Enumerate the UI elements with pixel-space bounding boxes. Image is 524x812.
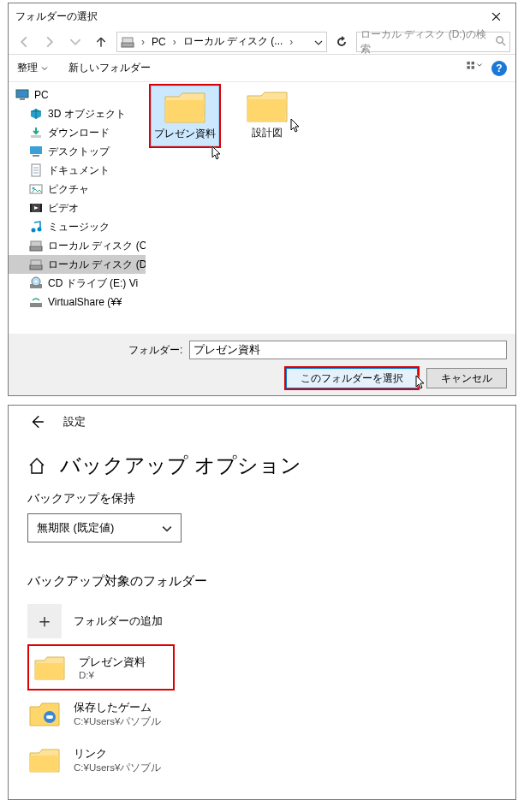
page-heading-row: バックアップ オプション [27, 452, 497, 479]
tree-item-pic[interactable]: ピクチャ [9, 180, 146, 199]
cancel-button[interactable]: キャンセル [426, 368, 507, 388]
svg-rect-1 [122, 38, 133, 43]
crumb-drive[interactable]: ローカル ディスク (... [183, 34, 283, 49]
tree-item-mus[interactable]: ミュージック [9, 217, 146, 236]
chevron-right-icon: › [286, 36, 296, 48]
svg-rect-17 [40, 204, 42, 212]
dialog-footer: フォルダー: このフォルダーを選択 キャンセル [9, 334, 515, 395]
home-icon [27, 456, 46, 475]
tree-item-dt[interactable]: デスクトップ [9, 142, 146, 161]
svg-point-18 [32, 228, 36, 233]
folder-icon [33, 652, 67, 683]
folder-label: フォルダー: [17, 343, 182, 358]
forward-button[interactable] [39, 32, 60, 52]
address-bar[interactable]: › PC › ローカル ディスク (... › [116, 32, 327, 52]
back-button[interactable] [27, 414, 46, 430]
folder-icon [162, 90, 208, 126]
new-folder-button[interactable]: 新しいフォルダー [68, 61, 151, 75]
pc-icon [15, 88, 31, 102]
add-folder-row[interactable]: ＋ フォルダーの追加 [27, 598, 497, 644]
folder-contents[interactable]: プレゼン資料設計図 [146, 82, 515, 334]
tree-item-cd[interactable]: CD ドライブ (E:) Vi [9, 274, 146, 293]
titlebar: フォルダーの選択 [9, 3, 515, 29]
refresh-button[interactable] [332, 33, 351, 51]
search-box[interactable]: ローカル ディスク (D:)の検索 [356, 32, 510, 52]
chevron-down-icon [41, 62, 48, 74]
chevron-right-icon: › [138, 36, 148, 48]
svg-rect-10 [30, 146, 42, 154]
help-button[interactable]: ? [491, 61, 507, 76]
folder-name-input[interactable] [189, 341, 507, 359]
hdd-icon [29, 239, 45, 252]
svg-rect-29 [46, 715, 53, 719]
svg-point-26 [35, 281, 38, 283]
svg-point-14 [33, 187, 35, 190]
3d-icon [29, 107, 45, 121]
svg-rect-0 [122, 43, 134, 47]
svg-point-2 [497, 36, 503, 42]
recent-dropdown[interactable] [65, 32, 86, 52]
cd-icon [29, 276, 45, 290]
tree-item-dl[interactable]: ダウンロード [9, 123, 146, 142]
folder-item[interactable]: プレゼン資料 [151, 86, 219, 146]
drive-icon [121, 35, 134, 49]
chevron-down-icon [162, 522, 172, 535]
tree-item-dc[interactable]: ローカル ディスク (C [9, 236, 146, 255]
plus-icon: ＋ [27, 604, 62, 638]
tree-item-vs[interactable]: VirtualShare (¥¥ [9, 293, 146, 311]
tree-item-pc[interactable]: PC [9, 86, 146, 104]
folder-icon [27, 698, 62, 729]
address-dropdown[interactable] [314, 36, 323, 48]
tree-item-3d[interactable]: 3D オブジェクト [9, 104, 146, 123]
backup-folder-row[interactable]: リンクC:¥Users¥パソブル [27, 737, 497, 783]
svg-rect-27 [30, 303, 42, 307]
pic-icon [29, 182, 45, 196]
svg-rect-4 [472, 62, 474, 64]
settings-panel: 設定 バックアップ オプション バックアップを保持 無期限 (既定値) バックア… [8, 405, 516, 800]
vid-icon [29, 201, 45, 215]
up-button[interactable] [91, 32, 111, 52]
svg-rect-23 [31, 260, 41, 265]
body: PC3D オブジェクトダウンロードデスクトップドキュメントピクチャビデオミュージ… [9, 82, 515, 334]
settings-title: 設定 [63, 414, 86, 430]
close-button[interactable] [476, 3, 515, 29]
doc-icon [29, 163, 45, 177]
dl-icon [29, 126, 45, 139]
backup-folders-heading: バックアップ対象のフォルダー [27, 573, 497, 590]
search-icon [495, 35, 506, 49]
folder-item[interactable]: 設計図 [233, 86, 301, 145]
folder-select-dialog: フォルダーの選択 › PC › ローカル ディスク (... › ローカル デ [8, 3, 516, 396]
folder-icon [27, 744, 62, 775]
svg-rect-22 [30, 265, 42, 270]
navigation-bar: › PC › ローカル ディスク (... › ローカル ディスク (D:)の検… [9, 29, 515, 55]
search-placeholder: ローカル ディスク (D:)の検索 [360, 27, 495, 56]
svg-rect-20 [30, 246, 42, 251]
select-folder-button[interactable]: このフォルダーを選択 [286, 368, 418, 388]
tree-item-vid[interactable]: ビデオ [9, 199, 146, 217]
view-options-button[interactable] [466, 62, 483, 74]
dt-icon [29, 145, 45, 158]
crumb-pc[interactable]: PC [152, 36, 166, 48]
svg-point-19 [38, 228, 42, 232]
back-button[interactable] [14, 32, 34, 52]
svg-rect-5 [467, 66, 469, 68]
svg-rect-8 [20, 98, 25, 100]
tree-item-doc[interactable]: ドキュメント [9, 161, 146, 180]
hdd-icon [29, 258, 45, 271]
keep-backup-label: バックアップを保持 [27, 491, 497, 507]
settings-header: 設定 [27, 414, 497, 430]
chevron-right-icon: › [170, 36, 180, 48]
backup-folder-row[interactable]: 保存したゲームC:¥Users¥パソブル [27, 690, 497, 737]
folder-tree[interactable]: PC3D オブジェクトダウンロードデスクトップドキュメントピクチャビデオミュージ… [9, 82, 146, 334]
svg-rect-7 [16, 90, 28, 98]
net-icon [29, 295, 45, 309]
svg-rect-3 [467, 62, 469, 64]
svg-rect-16 [30, 204, 32, 212]
tree-item-dd[interactable]: ローカル ディスク (D [9, 255, 146, 274]
organize-menu[interactable]: 整理 [17, 61, 48, 75]
svg-rect-21 [31, 241, 41, 246]
mus-icon [29, 220, 45, 234]
keep-backup-dropdown[interactable]: 無期限 (既定値) [27, 513, 182, 542]
backup-folder-row[interactable]: プレゼン資料D:¥ [27, 644, 175, 690]
svg-rect-6 [472, 66, 474, 68]
